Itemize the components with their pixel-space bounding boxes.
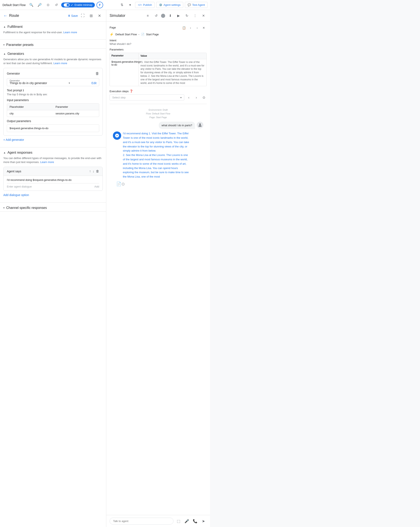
- test-agent-button[interactable]: 💬 Test Agent: [185, 2, 207, 8]
- toggle-switch: [64, 3, 70, 7]
- fullscreen-icon[interactable]: ⛶: [79, 12, 86, 19]
- step-focus-icon[interactable]: ⊙: [201, 95, 207, 100]
- fit-view-icon[interactable]: ⊙: [45, 2, 51, 8]
- generators-learn-more-link[interactable]: Learn more: [53, 62, 67, 65]
- page-label: Page: [109, 26, 116, 29]
- output-field: $request.generative.things-to-do: [7, 124, 99, 132]
- prev-step-btn[interactable]: ‹: [186, 95, 192, 100]
- refresh-icon[interactable]: ↻: [183, 12, 190, 19]
- minimap-toggle[interactable]: ✓ Enable minimap: [61, 2, 95, 8]
- talk-to-agent-input[interactable]: [109, 518, 173, 525]
- main-layout: ← Route ⬆ Save ⛶ ⊞ ✕ ▲ Fulfillment Fulfi…: [0, 10, 210, 527]
- minimap-label: Enable minimap: [75, 3, 92, 6]
- layout-icon[interactable]: ⊞: [88, 12, 94, 19]
- chat-icon: 💬: [188, 3, 191, 6]
- fulfillment-title: Fulfillment: [8, 25, 23, 29]
- placeholder-header: Placeholder: [7, 104, 53, 110]
- simulator-input-area: ⬚ 🎤 📞 ➤: [106, 515, 210, 527]
- next-page-btn[interactable]: ›: [194, 25, 200, 31]
- save-icon: ⬆: [68, 14, 70, 17]
- chevron-up-icon: ▲: [3, 25, 6, 28]
- fulfillment-learn-more-link[interactable]: Learn more: [63, 31, 77, 34]
- submit-text-icon[interactable]: ⬚: [175, 518, 182, 525]
- param-name-cell: $request.generative.things-to-do: [110, 59, 139, 86]
- agent-responses-title: Agent responses: [8, 151, 32, 154]
- input-params-table: Placeholder Parameter city session.param…: [7, 103, 99, 117]
- fulfillment-section: ▲ Fulfillment Fulfillment is the agent r…: [0, 22, 106, 40]
- dialogue-placeholder[interactable]: Enter agent dialogue: [7, 185, 32, 188]
- agent-says-header: Agent says ↑ ↓ 🗑: [3, 167, 103, 176]
- fulfillment-desc: Fulfillment is the agent response for th…: [3, 30, 103, 34]
- agent-responses-header[interactable]: ▲ Agent responses: [0, 147, 106, 156]
- sim-params-row: $request.generative.things-to-do "1. Vis…: [110, 59, 206, 86]
- delete-agent-says-button[interactable]: 🗑: [96, 169, 99, 173]
- deploy-dropdown-icon[interactable]: ▾: [127, 2, 133, 8]
- back-button[interactable]: ←: [3, 13, 8, 18]
- close-simulator-icon[interactable]: ✕: [200, 12, 207, 19]
- move-up-button[interactable]: ↑: [89, 169, 91, 173]
- zoom-in-icon[interactable]: 🔍: [28, 2, 35, 8]
- info-icon: ℹ: [23, 89, 24, 92]
- chevron-down-channel: ▾: [3, 206, 5, 209]
- record-icon[interactable]: [161, 14, 165, 18]
- close-icon[interactable]: ✕: [96, 12, 103, 19]
- close-page-icon[interactable]: ✕: [201, 25, 207, 31]
- generator-select-field[interactable]: Generator Things to do in city generator…: [7, 78, 99, 86]
- deploy-icon[interactable]: ⇅: [118, 2, 125, 8]
- topbar: Default Start Flow 🔍 🔎 ⊙ ↺ ✓ Enable mini…: [0, 0, 210, 10]
- panel-title: Route: [9, 13, 66, 18]
- prev-page-btn[interactable]: ‹: [188, 25, 194, 31]
- add-dialogue-option-button[interactable]: Add dialogue option: [3, 191, 29, 199]
- undo-icon[interactable]: ↺: [53, 2, 60, 8]
- channel-specific-header[interactable]: ▾ Channel specific responses: [0, 203, 106, 211]
- add-dialogue-btn-inline[interactable]: Add: [94, 185, 99, 188]
- dropdown-arrow-icon: ▾: [69, 82, 70, 85]
- send-icon[interactable]: ➤: [200, 518, 207, 525]
- agent-settings-button[interactable]: ⚙️ Agent settings: [156, 2, 183, 8]
- user-avatar[interactable]: F: [97, 2, 103, 8]
- exec-steps-row: Select step ▾ ‹ › ⊙: [109, 95, 207, 100]
- intent-label: Intent: [109, 39, 207, 42]
- save-label: Save: [71, 14, 78, 17]
- select-step-dropdown[interactable]: Select step ▾: [109, 95, 184, 100]
- simulator-title: Simulator: [109, 13, 143, 18]
- next-step-btn[interactable]: ›: [194, 95, 199, 100]
- agent-says-actions: ↑ ↓ 🗑: [89, 169, 99, 173]
- generators-title: Generators: [8, 52, 24, 56]
- user-bubble: what should I do in paris?: [159, 122, 195, 129]
- save-button[interactable]: ⬆ Save: [68, 14, 78, 17]
- select-step-placeholder: Select step: [112, 96, 126, 99]
- channel-specific-title: Channel specific responses: [6, 206, 47, 210]
- add-generator-button[interactable]: + Add generator: [3, 136, 24, 144]
- move-down-button[interactable]: ↓: [93, 169, 94, 173]
- more-options-icon[interactable]: ⋮: [192, 12, 198, 19]
- download-icon[interactable]: ⬇: [167, 12, 173, 19]
- phone-icon[interactable]: 📞: [192, 518, 198, 525]
- flow-title: Default Start Flow: [2, 3, 25, 7]
- publish-button[interactable]: </> Publish: [135, 2, 154, 8]
- left-panel: ← Route ⬆ Save ⛶ ⊞ ✕ ▲ Fulfillment Fulfi…: [0, 10, 106, 527]
- edit-generator-link[interactable]: Edit: [92, 81, 97, 85]
- undo-sim-icon[interactable]: ↺: [153, 12, 159, 19]
- generators-content: Generators allow you to use generative A…: [0, 57, 106, 147]
- zoom-out-icon[interactable]: 🔎: [36, 2, 43, 8]
- chevron-down-icon: ▾: [3, 44, 5, 46]
- agent-responses-learn-more-link[interactable]: Learn more: [40, 161, 54, 164]
- exec-steps-info-icon: ❓: [129, 89, 133, 93]
- generator-select-row: Things to do in city generator ▾ Edit: [10, 81, 97, 85]
- microphone-icon[interactable]: 🎤: [183, 518, 190, 525]
- page-settings-icon[interactable]: 📋: [181, 25, 187, 31]
- parameter-header: Parameter: [53, 104, 99, 110]
- generators-header[interactable]: ▲ Generators: [0, 49, 106, 57]
- exec-steps-label: Execution steps ❓: [109, 89, 207, 93]
- agent-responses-desc: You can define different types of respon…: [3, 156, 103, 164]
- fulfillment-header[interactable]: ▲ Fulfillment: [0, 22, 106, 30]
- page-nav: 📋 ‹ › ✕: [181, 25, 207, 31]
- play-icon[interactable]: ▶: [175, 12, 182, 19]
- params-row: city session.params.city: [7, 110, 99, 117]
- hamburger-icon[interactable]: ≡: [144, 12, 151, 19]
- generators-desc: Generators allow you to use generative A…: [3, 57, 103, 66]
- parameter-presets-header[interactable]: ▾ Parameter presets: [0, 40, 106, 48]
- env-line2: Flow: Default Start Flow: [109, 112, 207, 116]
- delete-generator-button[interactable]: 🗑: [96, 71, 99, 76]
